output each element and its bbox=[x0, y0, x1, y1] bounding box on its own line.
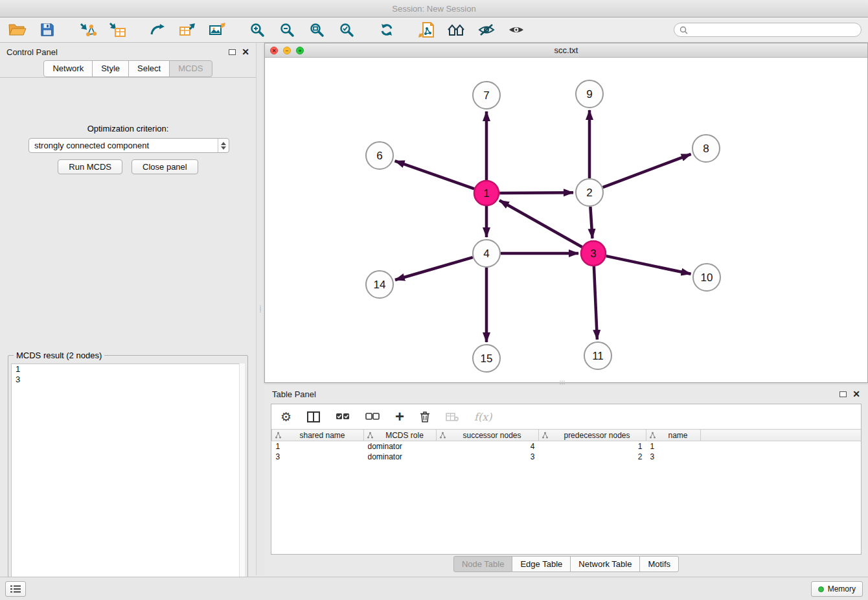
refresh-layout-icon[interactable] bbox=[376, 19, 398, 40]
zoom-in-icon[interactable] bbox=[246, 19, 268, 40]
tab-network-table[interactable]: Network Table bbox=[570, 556, 640, 572]
hide-style-icon[interactable] bbox=[475, 19, 497, 40]
node-table: shared nameMCDS rolesuccessor nodesprede… bbox=[271, 429, 861, 462]
svg-text:9: 9 bbox=[586, 88, 592, 100]
export-image-icon[interactable] bbox=[206, 19, 228, 40]
graph-node-3[interactable]: 3 bbox=[581, 241, 606, 266]
result-scrollbar[interactable] bbox=[239, 363, 245, 595]
home-icon[interactable] bbox=[446, 19, 468, 40]
graph-node-9[interactable]: 9 bbox=[576, 80, 603, 108]
graph-edge-3-11[interactable] bbox=[594, 266, 597, 340]
close-panel-button[interactable]: Close panel bbox=[131, 159, 198, 174]
graph-edge-3-1[interactable] bbox=[499, 200, 582, 247]
create-column-icon[interactable]: + bbox=[395, 410, 404, 423]
network-view-icon[interactable] bbox=[146, 19, 168, 40]
application-window: Session: New Session bbox=[0, 0, 868, 600]
tab-style[interactable]: Style bbox=[92, 60, 129, 77]
view-export-group bbox=[146, 19, 228, 40]
delete-column-icon[interactable] bbox=[420, 411, 430, 423]
search-input[interactable] bbox=[691, 25, 856, 34]
tab-network[interactable]: Network bbox=[43, 60, 93, 77]
zoom-out-icon[interactable] bbox=[276, 19, 298, 40]
table-row[interactable]: 3dominator323 bbox=[272, 452, 862, 462]
svg-text:11: 11 bbox=[592, 350, 604, 362]
column-header-successor-nodes[interactable]: successor nodes bbox=[437, 430, 539, 441]
float-table-panel-icon[interactable] bbox=[839, 391, 847, 397]
graph-edge-3-10[interactable] bbox=[606, 256, 691, 274]
mcds-result-list[interactable]: 13 bbox=[11, 363, 245, 595]
criterion-select-value: strongly connected component bbox=[29, 141, 218, 150]
show-graphics-icon[interactable] bbox=[505, 19, 527, 40]
control-panel-header: Control Panel ✕ bbox=[0, 43, 256, 61]
memory-label: Memory bbox=[828, 584, 856, 594]
zoom-selected-icon[interactable] bbox=[336, 19, 358, 40]
tab-node-table[interactable]: Node Table bbox=[453, 556, 513, 572]
table-settings-icon[interactable]: ⚙ bbox=[280, 410, 291, 424]
graph-edge-4-14[interactable] bbox=[395, 257, 473, 280]
graph-edge-1-2[interactable] bbox=[499, 192, 573, 193]
tab-select[interactable]: Select bbox=[128, 60, 170, 77]
graph-edge-1-6[interactable] bbox=[395, 161, 475, 189]
graph-node-4[interactable]: 4 bbox=[473, 240, 500, 267]
column-header-predecessor-nodes[interactable]: predecessor nodes bbox=[539, 430, 646, 441]
search-box[interactable] bbox=[674, 23, 862, 37]
network-graph[interactable]: 7968124314101511 bbox=[265, 58, 867, 382]
open-file-icon[interactable] bbox=[6, 19, 29, 40]
criterion-select[interactable]: strongly connected component bbox=[29, 138, 229, 153]
import-network-from-file-icon[interactable] bbox=[76, 19, 98, 40]
network-window-titlebar: scc.txt ✕ − + bbox=[265, 43, 867, 58]
node-table-container: ⚙ + f(x) bbox=[271, 404, 862, 555]
table-panel-title: Table Panel bbox=[272, 389, 316, 399]
zoom-fit-icon[interactable] bbox=[306, 19, 328, 40]
graph-node-7[interactable]: 7 bbox=[473, 82, 500, 109]
save-session-icon[interactable] bbox=[36, 19, 58, 40]
column-header-name[interactable]: name bbox=[646, 430, 701, 441]
graph-node-8[interactable]: 8 bbox=[692, 135, 720, 162]
graph-node-15[interactable]: 15 bbox=[473, 345, 500, 372]
export-table-icon[interactable] bbox=[176, 19, 198, 40]
function-builder-icon: f(x) bbox=[474, 411, 492, 423]
tab-motifs[interactable]: Motifs bbox=[639, 556, 679, 572]
result-item[interactable]: 1 bbox=[12, 364, 244, 375]
unselect-all-columns-icon[interactable] bbox=[365, 412, 380, 421]
memory-button[interactable]: Memory bbox=[811, 581, 863, 597]
optimization-criterion-label: Optimization criterion: bbox=[0, 124, 256, 133]
column-header-shared-name[interactable]: shared name bbox=[272, 430, 364, 441]
result-item[interactable]: 3 bbox=[12, 375, 244, 385]
close-table-panel-icon[interactable]: ✕ bbox=[852, 389, 860, 398]
document-network-icon[interactable] bbox=[416, 19, 438, 40]
table-toolbar: ⚙ + f(x) bbox=[271, 404, 861, 429]
import-group bbox=[76, 19, 128, 40]
task-list-icon bbox=[10, 585, 21, 593]
float-panel-icon[interactable] bbox=[229, 49, 236, 55]
network-canvas[interactable]: 7968124314101511 bbox=[265, 58, 867, 382]
select-all-columns-icon[interactable] bbox=[336, 412, 350, 421]
import-table-from-file-icon[interactable] bbox=[106, 19, 128, 40]
graph-edge-2-3[interactable] bbox=[590, 207, 592, 238]
mcds-result-title: MCDS result (2 nodes) bbox=[14, 351, 104, 360]
control-panel-title: Control Panel bbox=[6, 47, 58, 57]
task-history-button[interactable] bbox=[5, 581, 26, 597]
node-table-header-row: shared nameMCDS rolesuccessor nodesprede… bbox=[272, 430, 862, 441]
graph-node-1[interactable]: 1 bbox=[474, 181, 499, 205]
graph-node-2[interactable]: 2 bbox=[576, 179, 603, 206]
table-panel-tabs: Node TableEdge TableNetwork TableMotifs bbox=[264, 556, 868, 572]
tab-mcds[interactable]: MCDS bbox=[169, 60, 212, 77]
network-window-title: scc.txt bbox=[265, 45, 867, 55]
tab-edge-table[interactable]: Edge Table bbox=[512, 556, 571, 572]
close-panel-icon[interactable]: ✕ bbox=[242, 47, 249, 56]
show-columns-icon[interactable] bbox=[307, 411, 320, 422]
table-row[interactable]: 1dominator411 bbox=[272, 441, 862, 452]
horizontal-splitter-handle[interactable]: ⋯⋯ bbox=[556, 380, 569, 385]
graph-node-14[interactable]: 14 bbox=[366, 271, 393, 298]
graph-node-10[interactable]: 10 bbox=[693, 264, 720, 291]
graph-edge-2-8[interactable] bbox=[603, 154, 691, 187]
memory-status-icon bbox=[818, 586, 824, 592]
run-mcds-button[interactable]: Run MCDS bbox=[58, 159, 122, 174]
column-header-mcds-role[interactable]: MCDS role bbox=[364, 430, 437, 441]
svg-text:1: 1 bbox=[483, 187, 489, 200]
svg-text:2: 2 bbox=[586, 187, 592, 199]
graph-node-6[interactable]: 6 bbox=[366, 142, 393, 169]
graph-node-11[interactable]: 11 bbox=[584, 342, 611, 369]
vertical-splitter[interactable]: ⋮⋮ bbox=[257, 43, 264, 575]
